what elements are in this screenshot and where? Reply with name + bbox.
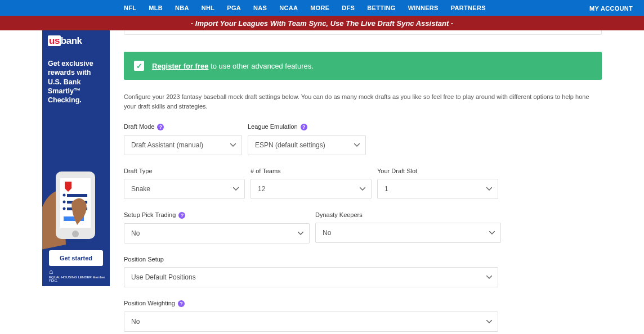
help-icon[interactable] bbox=[157, 123, 164, 130]
nav-mlb[interactable]: MLB bbox=[149, 4, 163, 11]
nav-right: MY ACCOUNT bbox=[589, 3, 633, 13]
nav-nhl[interactable]: NHL bbox=[202, 4, 215, 11]
help-icon[interactable] bbox=[301, 123, 307, 130]
pick-trading-select[interactable]: No bbox=[124, 223, 310, 243]
draft-mode-select[interactable]: Draft Assistant (manual) bbox=[124, 135, 242, 155]
check-icon: ✓ bbox=[134, 61, 144, 71]
header-box-remnant bbox=[124, 30, 602, 35]
logo-bank: bank bbox=[61, 35, 82, 46]
my-account-link[interactable]: MY ACCOUNT bbox=[589, 5, 633, 12]
svg-point-6 bbox=[63, 201, 66, 204]
nav-nfl[interactable]: NFL bbox=[124, 4, 136, 11]
help-icon[interactable] bbox=[178, 300, 185, 306]
nav-dfs[interactable]: DFS bbox=[342, 4, 355, 11]
dynasty-label: Dynasty Keepers bbox=[315, 211, 501, 218]
ad-copy: Get exclusive rewards with U.S. Bank Sma… bbox=[48, 59, 104, 105]
help-icon[interactable] bbox=[178, 211, 185, 218]
position-setup-select[interactable]: Use Default Positions bbox=[124, 267, 498, 287]
nav-betting[interactable]: BETTING bbox=[367, 4, 395, 11]
dynasty-select[interactable]: No bbox=[315, 223, 501, 243]
svg-point-5 bbox=[63, 194, 66, 197]
position-weighting-label: Position Weighting bbox=[124, 300, 498, 307]
draft-mode-label: Draft Mode bbox=[124, 123, 242, 130]
draft-type-select[interactable]: Snake bbox=[124, 179, 245, 199]
fdic-note: ⌂ EQUAL HOUSING LENDER Member FDIC. bbox=[49, 268, 110, 283]
league-emulation-label: League Emulation bbox=[248, 123, 366, 130]
pick-trading-label: Setup Pick Trading bbox=[124, 211, 310, 219]
svg-point-7 bbox=[63, 207, 66, 210]
nav-nba[interactable]: NBA bbox=[175, 4, 189, 11]
house-icon: ⌂ bbox=[49, 268, 110, 276]
get-started-button[interactable]: Get started bbox=[49, 250, 103, 266]
num-teams-select[interactable]: 12 bbox=[251, 179, 372, 199]
nav-ncaa[interactable]: NCAA bbox=[279, 4, 298, 11]
nav-pga[interactable]: PGA bbox=[227, 4, 241, 11]
promo-bar: - Import Your Leagues With Team Sync, Us… bbox=[0, 16, 644, 30]
alert-text: Register for free to use other advanced … bbox=[152, 62, 314, 70]
register-link[interactable]: Register for free bbox=[152, 62, 208, 70]
main-content: ✓ Register for free to use other advance… bbox=[124, 30, 602, 334]
draft-slot-label: Your Draft Slot bbox=[377, 168, 498, 174]
fdic-text: EQUAL HOUSING LENDER Member FDIC. bbox=[49, 276, 105, 283]
logo-us: us bbox=[48, 35, 61, 46]
position-weighting-select[interactable]: No bbox=[124, 312, 498, 332]
promo-text: - Import Your Leagues With Team Sync, Us… bbox=[191, 19, 453, 28]
nav-partners[interactable]: PARTNERS bbox=[451, 4, 486, 11]
phone-illustration bbox=[42, 160, 110, 252]
description: Configure your 2023 fantasy baseball moc… bbox=[124, 92, 602, 111]
top-nav: NFL MLB NBA NHL PGA NAS NCAA MORE DFS BE… bbox=[0, 0, 644, 16]
draft-type-label: Draft Type bbox=[124, 168, 245, 174]
league-emulation-select[interactable]: ESPN (default settings) bbox=[248, 135, 366, 155]
svg-rect-2 bbox=[67, 194, 87, 197]
position-setup-label: Position Setup bbox=[124, 256, 498, 263]
form-fields: Draft Mode Draft Assistant (manual) Leag… bbox=[124, 123, 602, 334]
svg-point-9 bbox=[72, 231, 79, 237]
nav-winners[interactable]: WINNERS bbox=[408, 4, 439, 11]
nav-more[interactable]: MORE bbox=[310, 4, 329, 11]
nav-nas[interactable]: NAS bbox=[253, 4, 267, 11]
alert-rest: to use other advanced features. bbox=[208, 62, 313, 70]
bank-logo: usbank bbox=[48, 35, 104, 47]
register-alert: ✓ Register for free to use other advance… bbox=[124, 52, 602, 80]
nav-left: NFL MLB NBA NHL PGA NAS NCAA MORE DFS BE… bbox=[124, 4, 486, 11]
draft-slot-select[interactable]: 1 bbox=[377, 179, 498, 199]
num-teams-label: # of Teams bbox=[251, 168, 372, 174]
sidebar-ad[interactable]: usbank Get exclusive rewards with U.S. B… bbox=[42, 30, 110, 286]
